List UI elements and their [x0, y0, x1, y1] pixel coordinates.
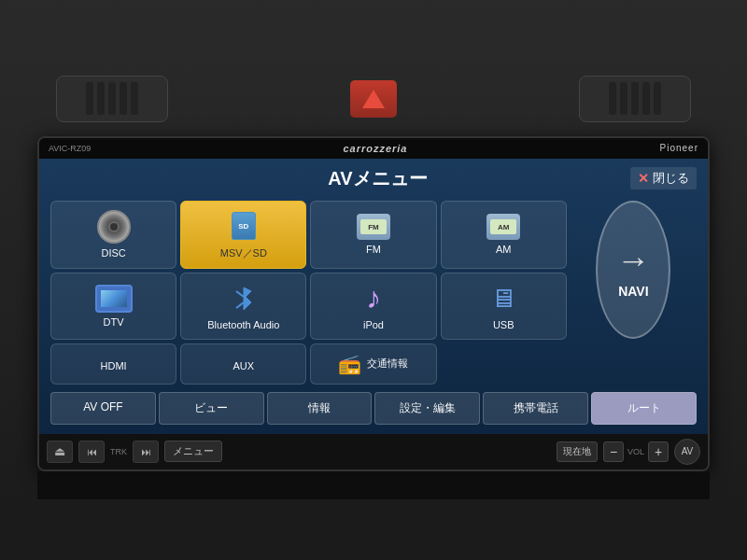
screen-title: AVメニュー: [125, 166, 630, 191]
close-button[interactable]: ✕ 閉じる: [630, 167, 697, 189]
brand-pioneer: Pioneer: [660, 143, 698, 153]
nav-view[interactable]: ビュー: [159, 392, 264, 425]
navi-label: NAVI: [618, 284, 648, 299]
vol-plus-button[interactable]: +: [648, 441, 669, 462]
head-unit: AVIC-RZ09 carrozzeria Pioneer AVメニュー ✕ 閉…: [37, 136, 710, 471]
nav-bar: AV OFF ビュー 情報 設定・編集 携帯電話 ルート: [50, 388, 697, 427]
hdmi-label: HDMI: [101, 360, 127, 371]
left-vent: [56, 76, 168, 122]
eject-button[interactable]: ⏏: [47, 441, 73, 463]
menu-button[interactable]: メニュー: [164, 441, 222, 462]
screen-header: AVメニュー ✕ 閉じる: [50, 166, 697, 191]
nav-settings[interactable]: 設定・編集: [374, 392, 480, 425]
am-icon: AM: [486, 214, 520, 240]
fm-icon: FM: [357, 214, 390, 240]
tv-screen: [101, 290, 127, 307]
grid-item-aux[interactable]: AUX: [180, 343, 306, 385]
grid-item-fm[interactable]: FM FM: [310, 201, 436, 269]
navi-arrow-icon: →: [616, 241, 650, 280]
grid-item-bluetooth[interactable]: Bluetooth Audio: [180, 273, 306, 340]
dtv-label: DTV: [104, 316, 124, 328]
bluetooth-label: Bluetooth Audio: [207, 319, 279, 330]
hazard-button[interactable]: [350, 80, 397, 118]
brand-carrozzeria: carrozzeria: [343, 143, 407, 154]
control-bar: ⏏ ⏮ TRK ⏭ メニュー 現在地 − VOL + AV: [39, 434, 708, 469]
nav-route[interactable]: ルート: [591, 392, 697, 425]
ipod-label: iPod: [363, 319, 384, 330]
top-area: [0, 62, 747, 136]
usb-symbol: 🖥: [490, 283, 516, 314]
genzaichi-button[interactable]: 現在地: [557, 441, 598, 462]
fm-display: FM: [360, 219, 387, 234]
next-track-button[interactable]: ⏭: [133, 441, 159, 463]
bottom-bezel: [37, 471, 710, 499]
grid-item-dtv[interactable]: DTV: [50, 273, 176, 340]
close-x-icon: ✕: [638, 171, 649, 186]
hazard-icon: [362, 90, 385, 108]
grid-item-am[interactable]: AM AM: [441, 201, 567, 269]
vol-control: − VOL +: [603, 441, 669, 462]
vol-label: VOL: [626, 447, 646, 456]
close-label: 閉じる: [653, 170, 689, 187]
svg-line-2: [236, 302, 244, 308]
trk-label: TRK: [110, 447, 127, 456]
svg-marker-0: [244, 287, 251, 310]
am-display: AM: [490, 219, 516, 234]
traffic-label: 交通情報: [367, 357, 408, 371]
nav-av-off[interactable]: AV OFF: [50, 392, 156, 425]
bluetooth-icon: [227, 282, 261, 315]
grid-item-usb[interactable]: 🖥 USB: [441, 273, 567, 340]
nav-phone[interactable]: 携帯電話: [483, 392, 588, 425]
nav-info[interactable]: 情報: [267, 392, 373, 425]
main-screen: AVメニュー ✕ 閉じる DISC MSV／SD: [39, 159, 708, 434]
grid-item-msv-sd[interactable]: MSV／SD: [180, 201, 306, 269]
aux-label: AUX: [233, 360, 254, 371]
brand-bar: AVIC-RZ09 carrozzeria Pioneer: [39, 138, 708, 159]
grid-item-navi[interactable]: → NAVI: [596, 201, 670, 339]
av-menu-grid: DISC MSV／SD FM FM: [50, 201, 697, 385]
sd-icon: [227, 209, 261, 243]
av-button[interactable]: AV: [674, 439, 700, 465]
right-vent: [579, 76, 691, 122]
car-surround: AVIC-RZ09 carrozzeria Pioneer AVメニュー ✕ 閉…: [0, 0, 747, 560]
fm-label: FM: [366, 244, 381, 255]
msv-sd-label: MSV／SD: [220, 246, 267, 260]
prev-track-button[interactable]: ⏮: [78, 441, 105, 463]
model-label: AVIC-RZ09: [49, 144, 91, 153]
disc-icon: [97, 210, 131, 244]
ipod-icon: ♪: [359, 282, 388, 315]
grid-item-disc[interactable]: DISC: [50, 201, 176, 269]
dtv-icon: [95, 285, 133, 313]
grid-item-ipod[interactable]: ♪ iPod: [310, 273, 436, 340]
grid-item-traffic[interactable]: 📻 交通情報: [310, 343, 436, 385]
svg-line-1: [236, 291, 244, 297]
sd-card-shape: [232, 212, 256, 240]
am-label: AM: [496, 244, 512, 255]
usb-icon: 🖥: [486, 282, 520, 315]
disc-label: DISC: [101, 247, 125, 259]
traffic-icon: 📻: [338, 353, 361, 375]
vol-minus-button[interactable]: −: [603, 441, 624, 462]
grid-item-hdmi[interactable]: HDMI: [50, 343, 176, 385]
music-note-icon: ♪: [366, 281, 381, 315]
usb-label: USB: [493, 319, 514, 330]
